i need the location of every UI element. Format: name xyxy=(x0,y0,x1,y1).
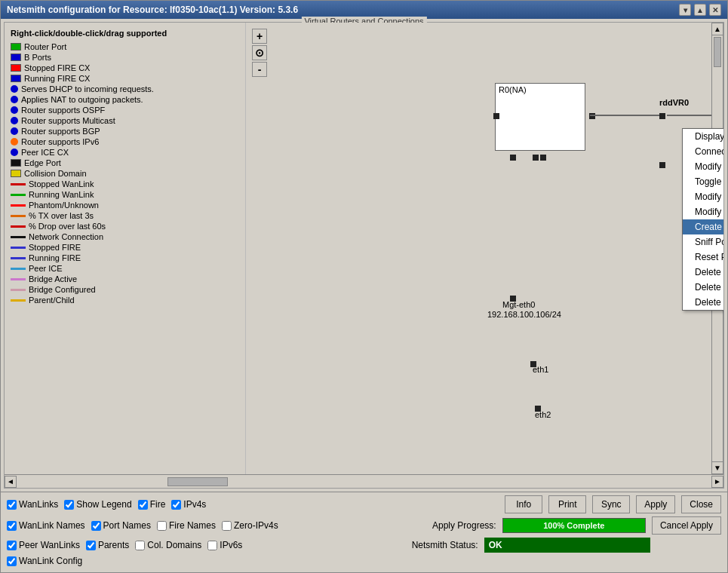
cancel-apply-button[interactable]: Cancel Apply xyxy=(652,516,721,535)
checkbox-wanlinkconfig-label: WanLink Config xyxy=(19,556,82,566)
legend-item: Router supports BGP xyxy=(11,127,239,136)
legend-item-label: Router supports Multicast xyxy=(21,116,115,125)
context-menu-item[interactable]: Modify Port xyxy=(683,204,723,219)
close-button[interactable]: ✕ xyxy=(709,4,721,16)
checkbox-showlegend-label: Show Legend xyxy=(76,499,131,510)
zoom-fit-button[interactable]: ⊙ xyxy=(252,45,267,60)
legend-item: Router Port xyxy=(11,42,239,51)
minimize-button[interactable]: ▾ xyxy=(679,4,691,16)
context-menu-item[interactable]: Delete xyxy=(683,295,723,310)
sync-button[interactable]: Sync xyxy=(592,495,630,513)
scrollbar-v-up[interactable]: ▲ xyxy=(712,23,723,35)
legend-item-label: Edge Port xyxy=(24,158,61,167)
checkbox-wanlinkconfig[interactable]: WanLink Config xyxy=(7,556,82,566)
legend-item: % Drop over last 60s xyxy=(11,222,239,231)
checkbox-portnames-input[interactable] xyxy=(91,521,101,531)
context-menu-item[interactable]: Modify WanLink xyxy=(683,189,723,204)
legend-item-label: Collision Domain xyxy=(24,169,87,178)
zoom-out-button[interactable]: - xyxy=(252,62,267,77)
legend-item: Running FIRE xyxy=(11,253,239,262)
toolbar-row-2: WanLink Names Port Names Fire Names Zero… xyxy=(7,516,721,535)
checkbox-peerwanlinks[interactable]: Peer WanLinks xyxy=(7,540,80,550)
context-menu-item[interactable]: Reset Port xyxy=(683,250,723,265)
checkbox-fire[interactable]: Fire xyxy=(138,499,166,510)
zoom-in-button[interactable]: + xyxy=(252,29,267,44)
checkbox-portnames-label: Port Names xyxy=(103,520,151,531)
legend-item: Running FIRE CX xyxy=(11,74,239,83)
legend-item-label: Applies NAT to outgoing packets. xyxy=(21,95,143,104)
checkbox-showlegend[interactable]: Show Legend xyxy=(64,499,131,510)
checkbox-parents-input[interactable] xyxy=(86,541,96,550)
legend-item-label: Router supports BGP xyxy=(21,127,100,136)
scrollbar-h-right[interactable]: ► xyxy=(711,476,723,488)
checkbox-ipv6s-label: IPv6s xyxy=(220,540,242,550)
legend-item: Collision Domain xyxy=(11,169,239,178)
scrollbar-h-track[interactable] xyxy=(17,476,711,488)
legend-item: Serves DHCP to incoming requests. xyxy=(11,84,239,93)
checkbox-parents[interactable]: Parents xyxy=(86,540,129,550)
legend-item: Router supports Multicast xyxy=(11,116,239,125)
checkbox-coldomains[interactable]: Col. Domains xyxy=(135,540,201,550)
router-r0-box[interactable]: R0(NA) xyxy=(495,83,585,151)
context-menu-item[interactable]: Display WanLink & WanPaths xyxy=(683,129,723,144)
checkbox-coldomains-label: Col. Domains xyxy=(147,540,201,550)
legend-item-label: Stopped FIRE CX xyxy=(24,63,90,72)
checkbox-wanlinknames-label: WanLink Names xyxy=(19,520,85,531)
port-dot-mgt-eth0 xyxy=(510,296,516,302)
scrollbar-h-thumb[interactable] xyxy=(167,477,228,486)
close-button-toolbar[interactable]: Close xyxy=(681,495,721,513)
context-menu-item[interactable]: Toggle WanLink xyxy=(683,174,723,189)
context-menu-item[interactable]: Sniff Port xyxy=(683,234,723,250)
checkbox-fire-label: Fire xyxy=(150,499,166,510)
checkbox-wanlinks-input[interactable] xyxy=(7,500,17,510)
netsmith-status-label: Netsmith Status: xyxy=(412,540,478,550)
checkbox-peerwanlinks-input[interactable] xyxy=(7,541,17,550)
apply-button[interactable]: Apply xyxy=(636,495,675,513)
legend-item: Stopped FIRE CX xyxy=(11,63,239,72)
port-dot-r0-bottom3 xyxy=(540,155,546,161)
checkbox-firenames-input[interactable] xyxy=(157,521,167,531)
scrollbar-h-left[interactable]: ◄ xyxy=(5,476,17,488)
scrollbar-v-down[interactable]: ▼ xyxy=(712,461,723,473)
window-title: Netsmith configuration for Resource: lf0… xyxy=(7,5,298,15)
legend-item-label: Router Port xyxy=(24,42,66,51)
port-dot-eth1 xyxy=(530,361,536,367)
port-dot-r0-bottom1 xyxy=(510,155,516,161)
legend-item: Phantom/Unknown xyxy=(11,201,239,210)
context-menu-item[interactable]: Delete Port xyxy=(683,265,723,280)
checkbox-fire-input[interactable] xyxy=(138,500,148,510)
wire-r0-rddvr0 xyxy=(590,115,662,116)
context-menu-item[interactable]: Connect xyxy=(683,144,723,159)
checkbox-ipv6s[interactable]: IPv6s xyxy=(207,540,242,550)
context-menu-item[interactable]: Modify xyxy=(683,159,723,174)
horizontal-scrollbar-row: ◄ ► xyxy=(5,474,723,488)
checkbox-wanlinkconfig-input[interactable] xyxy=(7,556,17,566)
checkbox-zeroipv4s-label: Zero-IPv4s xyxy=(234,520,278,531)
checkbox-firenames[interactable]: Fire Names xyxy=(157,520,216,531)
checkbox-coldomains-input[interactable] xyxy=(135,541,145,550)
checkbox-zeroipv4s[interactable]: Zero-IPv4s xyxy=(222,520,278,531)
checkbox-wanlinknames[interactable]: WanLink Names xyxy=(7,520,85,531)
scrollbar-v-thumb[interactable] xyxy=(714,37,721,67)
checkbox-showlegend-input[interactable] xyxy=(64,500,74,510)
checkbox-wanlinks[interactable]: WanLinks xyxy=(7,499,58,510)
legend-item-label: Peer ICE xyxy=(29,264,63,273)
checkbox-ipv4s-input[interactable] xyxy=(171,500,181,510)
legend-item-label: Router supports IPv6 xyxy=(21,137,99,146)
info-button[interactable]: Info xyxy=(505,495,542,513)
legend-item: B Ports xyxy=(11,53,239,62)
maximize-button[interactable]: ▲ xyxy=(694,4,706,16)
checkbox-ipv4s[interactable]: IPv4s xyxy=(171,499,206,510)
checkbox-wanlinknames-input[interactable] xyxy=(7,521,17,531)
legend-item: Running WanLink xyxy=(11,190,239,199)
context-menu: Display WanLink & WanPathsConnectModifyT… xyxy=(682,128,723,311)
context-menu-item[interactable]: Create Ports xyxy=(683,219,723,234)
checkbox-parents-label: Parents xyxy=(98,540,129,550)
print-button[interactable]: Print xyxy=(548,495,586,513)
context-menu-item[interactable]: Delete WanLink xyxy=(683,280,723,295)
port-dot-eth2 xyxy=(535,406,541,412)
checkbox-ipv6s-input[interactable] xyxy=(207,541,217,550)
checkbox-portnames[interactable]: Port Names xyxy=(91,520,151,531)
checkbox-zeroipv4s-input[interactable] xyxy=(222,521,232,531)
canvas-area[interactable]: + ⊙ - R0(NA) rddVR0 xyxy=(246,23,723,474)
